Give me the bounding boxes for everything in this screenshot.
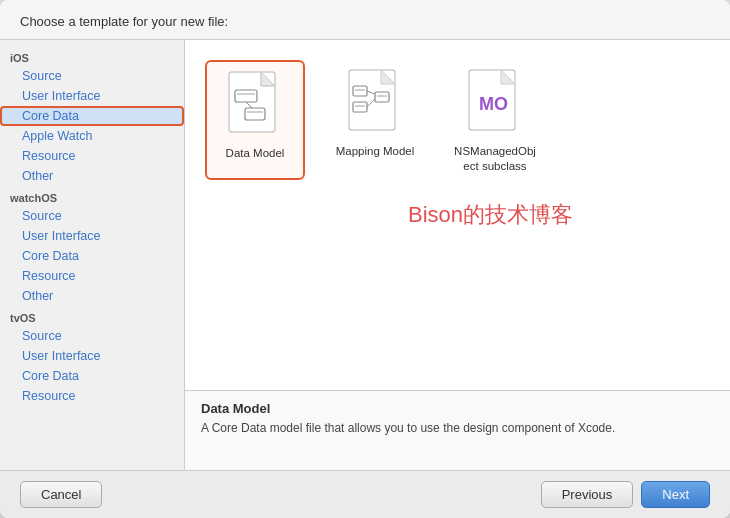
nav-buttons: Previous Next: [541, 481, 710, 508]
sidebar-item-ios-source[interactable]: Source: [0, 66, 184, 86]
template-label-mapping-model: Mapping Model: [336, 144, 415, 159]
template-item-nsmanagedobject[interactable]: MO NSManagedObject subclass: [445, 60, 545, 180]
sidebar-group-watchos: watchOS: [0, 186, 184, 206]
sidebar-group-tvos: tvOS: [0, 306, 184, 326]
cancel-button[interactable]: Cancel: [20, 481, 102, 508]
sidebar-item-watchos-user-interface[interactable]: User Interface: [0, 226, 184, 246]
title-text: Choose a template for your new file:: [20, 14, 228, 29]
sidebar-item-watchos-source[interactable]: Source: [0, 206, 184, 226]
template-grid: Data Model: [185, 40, 730, 390]
sidebar-item-ios-resource[interactable]: Resource: [0, 146, 184, 166]
sidebar-item-ios-apple-watch[interactable]: Apple Watch: [0, 126, 184, 146]
svg-text:MO: MO: [479, 94, 508, 114]
sidebar-group-ios: iOS: [0, 46, 184, 66]
sidebar-item-tvos-user-interface[interactable]: User Interface: [0, 346, 184, 366]
sidebar-item-tvos-core-data[interactable]: Core Data: [0, 366, 184, 386]
next-button[interactable]: Next: [641, 481, 710, 508]
mapping-model-icon: [343, 66, 407, 138]
sidebar-item-ios-core-data[interactable]: Core Data: [0, 106, 184, 126]
template-item-mapping-model[interactable]: Mapping Model: [325, 60, 425, 180]
template-label-nsmanagedobject: NSManagedObject subclass: [454, 144, 536, 174]
description-area: Data Model A Core Data model file that a…: [185, 390, 730, 470]
template-item-data-model[interactable]: Data Model: [205, 60, 305, 180]
sidebar-item-ios-user-interface[interactable]: User Interface: [0, 86, 184, 106]
sidebar-item-watchos-core-data[interactable]: Core Data: [0, 246, 184, 266]
sidebar: iOS Source User Interface Core Data Appl…: [0, 40, 185, 470]
sidebar-item-watchos-resource[interactable]: Resource: [0, 266, 184, 286]
nsmanagedobject-icon: MO: [463, 66, 527, 138]
dialog: Choose a template for your new file: iOS…: [0, 0, 730, 518]
sidebar-item-tvos-source[interactable]: Source: [0, 326, 184, 346]
dialog-footer: Cancel Previous Next: [0, 470, 730, 518]
watermark: Bison的技术博客: [408, 200, 573, 230]
sidebar-item-ios-other[interactable]: Other: [0, 166, 184, 186]
dialog-title: Choose a template for your new file:: [0, 0, 730, 40]
template-label-data-model: Data Model: [226, 146, 285, 161]
sidebar-item-watchos-other[interactable]: Other: [0, 286, 184, 306]
data-model-icon: [223, 68, 287, 140]
previous-button[interactable]: Previous: [541, 481, 634, 508]
description-text: A Core Data model file that allows you t…: [201, 420, 714, 437]
description-title: Data Model: [201, 401, 714, 416]
content-area: Data Model: [185, 40, 730, 470]
sidebar-item-tvos-resource[interactable]: Resource: [0, 386, 184, 406]
dialog-body: iOS Source User Interface Core Data Appl…: [0, 40, 730, 470]
